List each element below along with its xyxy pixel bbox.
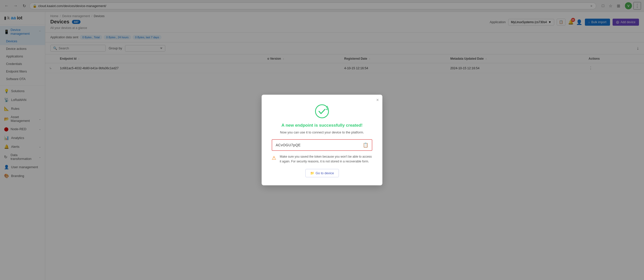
go-to-device-button[interactable]: 📁 Go to device xyxy=(305,169,339,177)
token-value: ACvOGU7pQE xyxy=(276,143,301,147)
warning-row: ⚠ Make sure you saved the token because … xyxy=(272,154,372,164)
go-to-device-label: Go to device xyxy=(316,171,334,175)
warning-icon: ⚠ xyxy=(272,155,277,161)
success-check-icon xyxy=(314,104,330,119)
modal-overlay[interactable]: × A new endpoint is successfully created… xyxy=(0,0,644,280)
go-to-device-icon: 📁 xyxy=(310,171,314,175)
success-icon-wrap xyxy=(314,104,330,119)
svg-point-0 xyxy=(315,105,329,118)
success-modal: × A new endpoint is successfully created… xyxy=(262,95,382,185)
modal-close-button[interactable]: × xyxy=(376,98,379,102)
token-box: ACvOGU7pQE 📋 xyxy=(272,139,372,151)
modal-subtitle: Now you can use it to connect your devic… xyxy=(272,130,372,134)
warning-text: Make sure you saved the token because yo… xyxy=(280,154,372,164)
token-copy-button[interactable]: 📋 xyxy=(363,142,368,148)
modal-title: A new endpoint is successfully created! xyxy=(272,123,372,128)
